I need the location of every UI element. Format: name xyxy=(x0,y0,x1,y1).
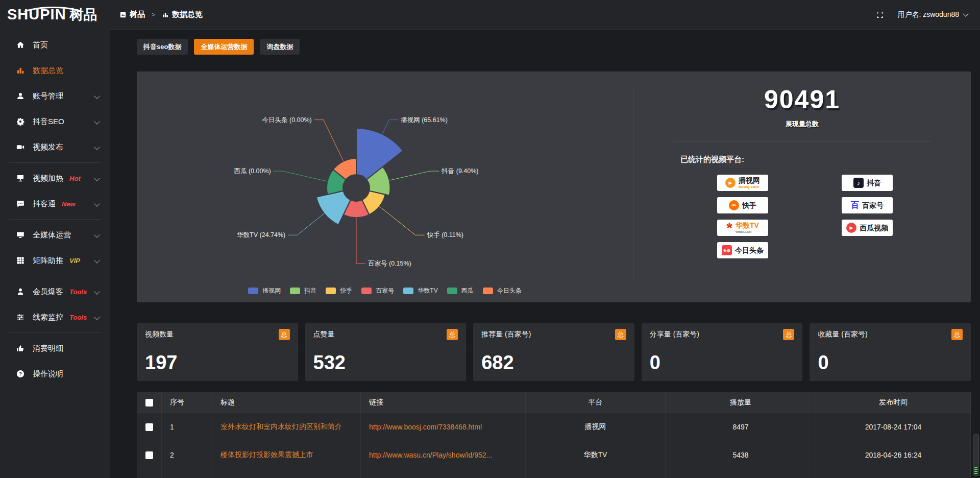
platform-badge-text: 播视网boosj.com xyxy=(739,177,760,189)
table-cell-empty xyxy=(361,469,526,478)
sidebar: 首页数据总览账号管理抖音SEO视频发布视频加热Hot抖客通New全媒体运营矩阵助… xyxy=(0,29,110,478)
stat-card-header: 收藏量 (百家号)总 xyxy=(810,323,971,346)
sidebar-item-matrix-boost[interactable]: 矩阵助推VIP xyxy=(0,248,110,273)
row-link[interactable]: http://www.wasu.cn/Play/show/id/952... xyxy=(361,441,526,469)
table-cell-empty xyxy=(666,469,816,478)
sidebar-item-video-heat[interactable]: 视频加热Hot xyxy=(0,165,110,191)
screen-icon xyxy=(15,173,26,183)
sidebar-item-douyin-seo[interactable]: 抖音SEO xyxy=(0,109,110,134)
username-label[interactable]: 用户名: zswodun88 xyxy=(897,10,959,19)
monitor-icon xyxy=(15,230,26,240)
sidebar-item-video-publish[interactable]: 视频发布 xyxy=(0,134,110,160)
topbar: SHUPIN 树品 树品 > 数据总览 用户名: zswodun88 xyxy=(0,0,980,29)
legend-item[interactable]: 今日头条 xyxy=(483,286,522,295)
stat-card-value: 0 xyxy=(810,346,971,379)
overview-panel: 播视网 (65.61%)抖音 (9.40%)快手 (0.11%)百家号 (0.1… xyxy=(137,71,971,302)
sidebar-item-label: 消费明细 xyxy=(33,344,63,353)
tab-media-operation-data[interactable]: 全媒体运营数据 xyxy=(194,39,254,55)
total-badge[interactable]: 总 xyxy=(951,329,963,340)
pie-label-line xyxy=(288,213,324,235)
chart-legend: 播视网抖音快手百家号华数TV西瓜今日头条 xyxy=(137,286,633,295)
stat-card-video-count: 视频数量总197 xyxy=(137,323,298,381)
stat-card-share-count: 分享量 (百家号)总0 xyxy=(642,323,803,381)
sidebar-item-label: 首页 xyxy=(33,40,48,50)
platform-badge-douyin: ♪抖音 xyxy=(842,175,893,191)
pie-label: 今日头条 (0.00%) xyxy=(262,116,312,124)
stat-card-value: 532 xyxy=(305,346,467,379)
legend-item[interactable]: 播视网 xyxy=(248,286,281,295)
tab-douyin-seo-data[interactable]: 抖音seo数据 xyxy=(137,39,188,55)
breadcrumb-home[interactable]: 树品 xyxy=(130,10,145,19)
row-title[interactable]: 楼体投影灯投影效果震撼上市 xyxy=(212,441,361,469)
scrollbar-marker xyxy=(974,469,977,470)
sidebar-item-media-operation[interactable]: 全媒体运营 xyxy=(0,222,110,248)
row-link[interactable]: http://www.boosj.com/7338468.html xyxy=(361,413,526,441)
sidebar-item-account-manage[interactable]: 账号管理 xyxy=(0,83,110,109)
sidebar-item-douketong[interactable]: 抖客通New xyxy=(0,191,110,217)
home-icon xyxy=(15,40,26,50)
total-badge[interactable]: 总 xyxy=(447,329,458,340)
legend-label: 播视网 xyxy=(262,286,281,295)
chevron-down-icon xyxy=(94,118,100,124)
question-icon: ? xyxy=(15,369,26,379)
legend-item[interactable]: 百家号 xyxy=(361,286,394,295)
platform-name: 西瓜视频 xyxy=(860,224,888,232)
total-impressions-value: 90491 xyxy=(633,85,971,114)
pie-label: 播视网 (65.61%) xyxy=(401,116,448,124)
douyin-logo-icon: ♪ xyxy=(853,178,864,188)
overview-summary: 90491 展现量总数 已统计的视频平台: ▶播视网boosj.com86快手*… xyxy=(633,71,971,302)
xigua-logo-icon: ▶ xyxy=(846,223,856,233)
stat-cards: 视频数量总197点赞量总532推荐量 (百家号)总682分享量 (百家号)总0收… xyxy=(137,323,971,381)
sidebar-item-label: 视频加热 xyxy=(33,174,63,183)
total-badge[interactable]: 总 xyxy=(279,329,290,340)
wasu-logo-icon: * xyxy=(726,220,732,235)
row-title[interactable]: 室外水纹灯和室内水纹灯的区别和简介 xyxy=(212,413,361,441)
sidebar-item-help[interactable]: ?操作说明 xyxy=(0,361,110,387)
total-badge[interactable]: 总 xyxy=(615,329,626,340)
sidebar-item-data-overview[interactable]: 数据总览 xyxy=(0,58,110,83)
platform-badge-text: 快手 xyxy=(742,202,756,209)
legend-item[interactable]: 快手 xyxy=(326,286,352,295)
sidebar-item-expense-detail[interactable]: 消费明细 xyxy=(0,336,110,361)
sidebar-item-label: 全媒体运营 xyxy=(33,230,71,240)
topbar-right: 用户名: zswodun88 xyxy=(876,10,980,19)
app-logo[interactable]: SHUPIN 树品 xyxy=(0,6,110,24)
row-checkbox[interactable] xyxy=(145,423,153,431)
platform-name: 百家号 xyxy=(862,202,884,209)
pie-slice-wasu-tv[interactable] xyxy=(316,191,351,225)
legend-swatch xyxy=(483,288,493,294)
legend-label: 抖音 xyxy=(304,286,316,295)
sidebar-item-home[interactable]: 首页 xyxy=(0,32,110,58)
legend-swatch xyxy=(326,288,336,294)
chevron-down-icon xyxy=(94,232,100,237)
table-row-partial xyxy=(137,469,971,478)
legend-item[interactable]: 抖音 xyxy=(290,286,316,295)
pie-label-line xyxy=(314,120,344,161)
pie-label: 快手 (0.11%) xyxy=(427,231,463,238)
stat-card-value: 0 xyxy=(642,346,803,379)
gear-icon xyxy=(15,116,26,127)
row-time: 2018-04-26 16:24 xyxy=(816,441,971,469)
legend-item[interactable]: 西瓜 xyxy=(447,286,474,295)
data-table: 序号标题链接平台播放量发布时间1室外水纹灯和室内水纹灯的区别和简介http://… xyxy=(137,392,971,478)
select-all-checkbox[interactable] xyxy=(145,399,153,407)
sidebar-item-label: 抖客通 xyxy=(33,199,56,209)
sidebar-item-member-leads[interactable]: 会员爆客Tools xyxy=(0,279,110,304)
platform-badge-text: 抖音 xyxy=(867,179,881,187)
pie-label-line xyxy=(389,171,439,180)
row-checkbox[interactable] xyxy=(145,451,153,459)
legend-item[interactable]: 华数TV xyxy=(403,286,437,295)
pie-label: 抖音 (9.40%) xyxy=(441,168,478,175)
fullscreen-icon[interactable] xyxy=(876,11,884,19)
scrollbar-thumb[interactable] xyxy=(973,434,979,476)
pie-label: 华数TV (24.74%) xyxy=(237,231,285,238)
total-badge[interactable]: 总 xyxy=(783,329,794,340)
table-cell-empty xyxy=(526,469,666,478)
legend-swatch xyxy=(290,288,300,294)
chat-icon xyxy=(15,199,26,209)
sidebar-item-clue-monitor[interactable]: 线索监控Tools xyxy=(0,304,110,330)
user-icon xyxy=(15,91,26,101)
sidebar-divider xyxy=(9,219,101,220)
tab-inquiry-data[interactable]: 询盘数据 xyxy=(260,39,300,55)
kuaishou-logo-icon: 86 xyxy=(729,200,739,210)
